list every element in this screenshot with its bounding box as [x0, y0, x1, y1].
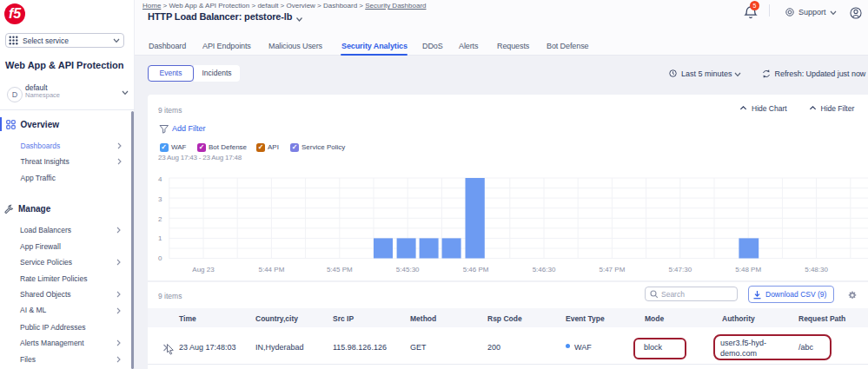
svg-text:5:48 PM: 5:48 PM: [735, 266, 761, 273]
svg-text:5:46 PM: 5:46 PM: [463, 266, 489, 273]
svg-text:3: 3: [158, 195, 162, 203]
svg-text:2: 2: [158, 215, 162, 223]
svg-text:5:47 PM: 5:47 PM: [600, 266, 626, 273]
svg-text:4: 4: [158, 175, 162, 183]
svg-text:1: 1: [158, 234, 162, 242]
svg-text:5:45 PM: 5:45 PM: [327, 266, 353, 273]
svg-text:Aug 23: Aug 23: [192, 266, 215, 273]
svg-text:0: 0: [158, 254, 162, 262]
svg-text:5:47:30: 5:47:30: [668, 266, 692, 273]
svg-text:5:48:30: 5:48:30: [805, 266, 828, 273]
svg-text:5:45:30: 5:45:30: [396, 266, 420, 273]
svg-text:5:46:30: 5:46:30: [533, 266, 556, 273]
svg-text:5:44 PM: 5:44 PM: [259, 266, 285, 273]
